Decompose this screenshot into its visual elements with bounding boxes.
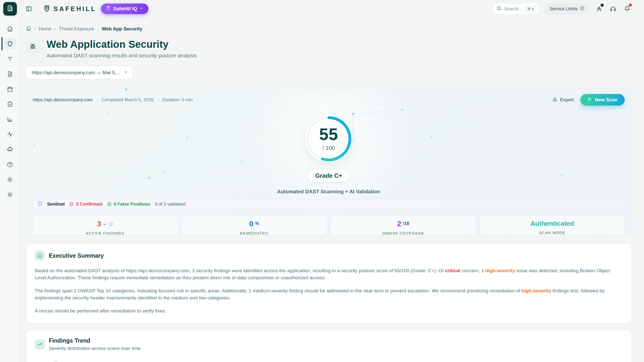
ai-status-badge bbox=[600, 4, 604, 7]
summary-paragraph: Based on the automated DAST analysis of … bbox=[35, 267, 623, 281]
findings-trend-title: Findings Trend bbox=[49, 337, 141, 344]
stat-owasp-coverage: 2/10 OWASP COVERAGE bbox=[331, 216, 476, 235]
org-logo-button[interactable] bbox=[3, 2, 17, 16]
brand-name: SAFEHILL bbox=[54, 5, 96, 13]
shield-icon bbox=[7, 41, 13, 47]
score-caption: Automated DAST Scanning + AI Validation bbox=[277, 189, 380, 195]
notification-badge bbox=[629, 4, 632, 7]
stat-value: 2 bbox=[397, 219, 401, 228]
home-icon[interactable] bbox=[26, 26, 31, 32]
scan-url: https://api.democompany.com bbox=[33, 97, 93, 103]
x-circle-icon bbox=[107, 202, 112, 207]
trending-up-icon bbox=[35, 339, 45, 349]
sidebar-item-integrations[interactable] bbox=[0, 142, 20, 157]
brand-logo[interactable]: SAFEHILL bbox=[43, 4, 96, 14]
score-value: 55 bbox=[304, 125, 354, 144]
safehill-iq-button[interactable]: SafeHill IQ bbox=[101, 4, 148, 14]
score-denominator: / 100 bbox=[304, 145, 354, 151]
chevron-down-icon bbox=[139, 6, 143, 12]
sentinel-name: Sentinel bbox=[47, 202, 65, 207]
chevron-down-icon bbox=[124, 70, 128, 75]
ai-assistant-button[interactable] bbox=[595, 5, 603, 13]
sidebar-toggle-button[interactable] bbox=[25, 5, 33, 13]
stat-label: SCAN MODE bbox=[539, 231, 566, 235]
headphones-icon bbox=[610, 6, 616, 12]
main-content: › Home › Threat Exposure › Web App Secur… bbox=[20, 18, 644, 362]
shield-icon bbox=[37, 201, 43, 207]
support-button[interactable] bbox=[609, 5, 617, 13]
sidebar-item-theme-toggle[interactable] bbox=[0, 187, 20, 202]
executive-summary-card: Executive Summary Based on the automated… bbox=[26, 243, 631, 323]
app-screen: SAFEHILL SafeHill IQ Search... ⌘K Servic… bbox=[0, 0, 644, 362]
sidebar-item-tasks[interactable] bbox=[0, 97, 20, 112]
sidebar-item-help[interactable] bbox=[0, 157, 20, 172]
chevron-right-icon: › bbox=[97, 26, 99, 31]
sentinel-validation-bar: Sentinel 3 Confirmed 0 False Positives 3… bbox=[33, 199, 625, 209]
bug-icon bbox=[26, 40, 39, 53]
play-icon bbox=[587, 97, 592, 103]
sidebar-item-filters[interactable] bbox=[0, 51, 20, 66]
scan-selector-dropdown[interactable]: https://api.democompany.com — Mar 5,... bbox=[26, 66, 133, 79]
stat-scan-mode: Authenticated SCAN MODE bbox=[480, 216, 625, 235]
info-icon bbox=[35, 251, 45, 261]
search-shortcut: ⌘K bbox=[525, 5, 537, 12]
chevron-right-icon: › bbox=[34, 26, 36, 31]
divider bbox=[38, 6, 38, 12]
check-circle-icon bbox=[69, 202, 74, 207]
stat-active-findings: 3 ACTIVE FINDINGS bbox=[33, 216, 178, 235]
sidebar-item-reports[interactable] bbox=[0, 66, 20, 81]
search-icon bbox=[497, 6, 502, 12]
breadcrumb-current: Web App Security bbox=[102, 26, 142, 32]
stat-label: OWASP COVERAGE bbox=[382, 231, 424, 235]
grade-badge: Grade C+ bbox=[308, 169, 350, 182]
sidebar bbox=[0, 0, 20, 362]
security-score: 55 / 100 Grade C+ Automated DAST Scannin… bbox=[26, 114, 631, 195]
building-icon bbox=[7, 5, 14, 13]
chevron-right-icon: › bbox=[54, 26, 56, 31]
shield-icon bbox=[106, 6, 111, 12]
scan-meta: https://api.democompany.com · Completed … bbox=[33, 97, 193, 103]
breadcrumb-threat-exposure[interactable]: Threat Exposure bbox=[59, 26, 94, 32]
y-axis-tick: 16 bbox=[54, 360, 58, 362]
executive-summary-title: Executive Summary bbox=[49, 252, 104, 259]
search-placeholder: Search... bbox=[504, 6, 522, 12]
notifications-button[interactable] bbox=[623, 5, 631, 13]
confirmed-count: 3 Confirmed bbox=[69, 202, 102, 207]
breadcrumb: › Home › Threat Exposure › Web App Secur… bbox=[26, 26, 631, 32]
findings-trend-card: Findings Trend Severity distribution acr… bbox=[26, 330, 631, 362]
shield-crown-icon bbox=[43, 4, 51, 14]
search-input[interactable]: Search... ⌘K bbox=[493, 3, 539, 14]
findings-trend-subtitle: Severity distribution across scans over … bbox=[49, 346, 141, 351]
stat-value: 3 bbox=[97, 219, 101, 228]
stats-row: 3 ACTIVE FINDINGS 0% REMEDIATED 2/10 OWA… bbox=[33, 216, 625, 235]
scan-completed: Completed March 5, 2026 bbox=[101, 97, 153, 103]
sidebar-item-calendar[interactable] bbox=[0, 81, 20, 97]
stat-label: REMEDIATED bbox=[240, 231, 268, 235]
sidebar-item-web-app-security[interactable] bbox=[0, 36, 20, 51]
summary-paragraph: A rescan should be performed after remed… bbox=[35, 307, 623, 314]
topbar: SAFEHILL SafeHill IQ Search... ⌘K Servic… bbox=[20, 0, 644, 18]
sidebar-item-activity[interactable] bbox=[0, 127, 20, 142]
sidebar-item-home[interactable] bbox=[0, 21, 20, 36]
panel-toggle-icon bbox=[26, 6, 32, 12]
stat-value: 0 bbox=[249, 219, 253, 228]
info-icon bbox=[580, 6, 584, 12]
scan-summary-card: https://api.democompany.com · Completed … bbox=[26, 88, 631, 235]
findings-trend-chart: 16 bbox=[35, 360, 623, 362]
sidebar-item-settings[interactable] bbox=[0, 172, 20, 187]
scan-duration: Duration: 0 min bbox=[162, 97, 193, 103]
trend-icon bbox=[103, 219, 107, 228]
breadcrumb-home[interactable]: Home bbox=[39, 26, 52, 32]
service-limits-button[interactable]: Service Limits bbox=[545, 4, 589, 14]
export-button[interactable]: Export bbox=[552, 97, 574, 103]
summary-paragraph: The findings span 2 OWASP Top 10 categor… bbox=[35, 287, 623, 301]
scan-selector-value: https://api.democompany.com — Mar 5,... bbox=[32, 70, 120, 75]
stat-remediated: 0% REMEDIATED bbox=[182, 216, 327, 235]
page-title: Web Application Security bbox=[47, 39, 197, 50]
false-positives-count: 0 False Positives bbox=[107, 202, 150, 207]
stat-label: ACTIVE FINDINGS bbox=[86, 231, 125, 235]
sidebar-item-analytics[interactable] bbox=[0, 112, 20, 127]
stat-value: Authenticated bbox=[531, 220, 574, 228]
info-icon[interactable] bbox=[109, 219, 113, 228]
new-scan-button[interactable]: New Scan bbox=[580, 94, 625, 106]
